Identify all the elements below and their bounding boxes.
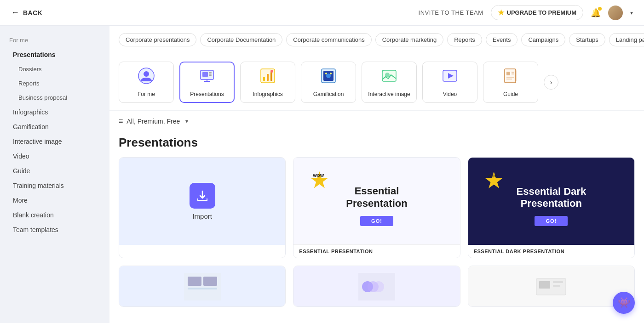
sidebar-item-presentations[interactable]: Presentations (4, 47, 106, 62)
type-card-presentations[interactable]: Presentations (179, 62, 235, 103)
filter-label[interactable]: All, Premium, Free (126, 118, 180, 125)
svg-rect-4 (209, 72, 212, 74)
type-card-interactive-image-label: Interactive image (368, 91, 410, 97)
gamification-icon (320, 68, 337, 87)
svg-rect-24 (512, 72, 514, 73)
svg-rect-5 (209, 74, 212, 76)
video-icon (442, 68, 458, 87)
svg-point-15 (326, 74, 331, 78)
essential-dark-title: Essential DarkPresentation (476, 186, 627, 210)
sidebar-item-dossiers[interactable]: Dossiers (4, 62, 106, 76)
presentations-icon (199, 68, 215, 87)
main-layout: For me Presentations Dossiers Reports Bu… (0, 26, 644, 323)
type-card-presentations-label: Presentations (190, 91, 224, 97)
svg-rect-41 (553, 285, 560, 287)
template-card-bottom-2[interactable] (293, 266, 460, 307)
cat-tab-landing-pages[interactable]: Landing pages (609, 33, 644, 46)
template-card-bottom-3[interactable] (468, 266, 635, 307)
category-tabs-row: Corporate presentations Corporate Docume… (109, 26, 644, 54)
notification-dot (598, 7, 602, 11)
sidebar-item-infographics[interactable]: Infographics (4, 105, 106, 119)
cat-tab-campaigns[interactable]: Campaigns (521, 33, 565, 46)
next-arrow-button[interactable]: › (544, 75, 558, 90)
chevron-down-icon[interactable]: ▾ (630, 10, 633, 16)
essential-caption: ESSENTIAL PRESENTATION (293, 245, 460, 258)
cat-tab-corporate-communications[interactable]: Corporate communications (286, 33, 371, 46)
svg-rect-40 (553, 281, 563, 283)
cat-tab-corporate-presentations[interactable]: Corporate presentations (119, 33, 196, 46)
cat-tab-startups[interactable]: Startups (569, 33, 605, 46)
invite-to-team-button[interactable]: INVITE TO THE TEAM (419, 9, 483, 16)
template-card-bottom-1[interactable] (119, 266, 286, 307)
sidebar-item-gamification[interactable]: Gamification (4, 119, 106, 134)
back-button[interactable]: BACK (23, 9, 42, 17)
type-card-infographics[interactable]: Infographics (240, 62, 295, 103)
cat-tab-corporate-documentation[interactable]: Corporate Documentation (200, 33, 282, 46)
type-card-guide-label: Guide (503, 91, 518, 97)
import-label: Import (192, 212, 212, 220)
go-button-dark[interactable]: GO! (535, 216, 568, 226)
sidebar-item-video[interactable]: Video (4, 149, 106, 164)
chat-bubble-button[interactable]: 👾 (613, 292, 635, 314)
type-card-for-me-label: For me (138, 91, 155, 97)
type-card-guide[interactable]: Guide (483, 62, 538, 103)
svg-rect-26 (506, 77, 514, 78)
sidebar-item-interactive-image[interactable]: Interactive image (4, 134, 106, 149)
svg-rect-27 (506, 79, 512, 79)
svg-point-16 (325, 73, 327, 74)
sidebar-item-guide[interactable]: Guide (4, 164, 106, 178)
guide-icon (502, 68, 519, 87)
cat-tab-events[interactable]: Events (486, 33, 518, 46)
sidebar-item-more[interactable]: More (4, 193, 106, 208)
svg-rect-10 (267, 74, 269, 81)
header-right: INVITE TO THE TEAM ★ UPGRADE TO PREMIUM … (419, 5, 633, 20)
type-card-gamification-label: Gamification (313, 91, 344, 97)
sidebar: For me Presentations Dossiers Reports Bu… (0, 26, 109, 323)
template-card-import[interactable]: Import (119, 157, 286, 258)
avatar[interactable] (608, 6, 623, 20)
interactive-image-icon (381, 68, 397, 87)
svg-point-17 (330, 73, 332, 74)
essential-title-light: EssentialPresentation (301, 185, 452, 210)
sidebar-item-training-materials[interactable]: Training materials (4, 178, 106, 193)
back-arrow-icon: ← (11, 8, 19, 17)
bottom-thumb-1 (119, 266, 285, 307)
svg-rect-28 (515, 70, 517, 81)
type-card-video-label: Video (443, 91, 457, 97)
svg-rect-30 (188, 277, 201, 286)
sidebar-item-business-proposal[interactable]: Business proposal (4, 91, 106, 105)
cat-tab-corporate-marketing[interactable]: Corporate marketing (375, 33, 444, 46)
chat-icon: 👾 (618, 297, 630, 309)
type-cards-row: For me Presentations (109, 54, 644, 111)
svg-rect-39 (539, 281, 550, 289)
sidebar-item-blank-creation[interactable]: Blank creation (4, 208, 106, 222)
notification-bell[interactable]: 🔔 (591, 8, 601, 18)
type-card-interactive-image[interactable]: Interactive image (362, 62, 417, 103)
svg-point-36 (373, 281, 384, 292)
cat-tab-reports[interactable]: Reports (447, 33, 482, 46)
header: ← BACK INVITE TO THE TEAM ★ UPGRADE TO P… (0, 0, 644, 26)
section-title: Presentations (109, 132, 644, 157)
essential-thumb: WOW EssentialPresentation GO! (293, 158, 460, 245)
sidebar-item-reports[interactable]: Reports (4, 76, 106, 91)
essential-dark-caption: ESSENTIAL DARK PRESENTATION (468, 245, 634, 258)
go-button-light[interactable]: GO! (360, 216, 393, 226)
svg-rect-11 (270, 72, 272, 81)
template-card-essential-dark[interactable]: WOW Essential DarkPresentation GO! ESSEN… (468, 157, 635, 258)
for-me-icon (138, 68, 155, 87)
template-card-essential[interactable]: WOW EssentialPresentation GO! ESSENTIAL … (293, 157, 460, 258)
upgrade-to-premium-button[interactable]: ★ UPGRADE TO PREMIUM (491, 5, 583, 20)
type-card-for-me[interactable]: For me (119, 62, 174, 103)
filter-chevron-icon[interactable]: ▾ (185, 118, 188, 125)
svg-rect-22 (505, 69, 516, 83)
svg-rect-23 (506, 72, 510, 75)
import-thumb: Import (119, 158, 285, 245)
infographics-icon (259, 68, 276, 87)
svg-point-1 (144, 71, 149, 77)
svg-rect-25 (512, 74, 514, 74)
sidebar-item-team-templates[interactable]: Team templates (4, 222, 106, 237)
import-card-inner: Import (190, 158, 215, 245)
type-card-gamification[interactable]: Gamification (301, 62, 356, 103)
type-card-video[interactable]: Video (422, 62, 477, 103)
svg-rect-31 (203, 277, 217, 286)
